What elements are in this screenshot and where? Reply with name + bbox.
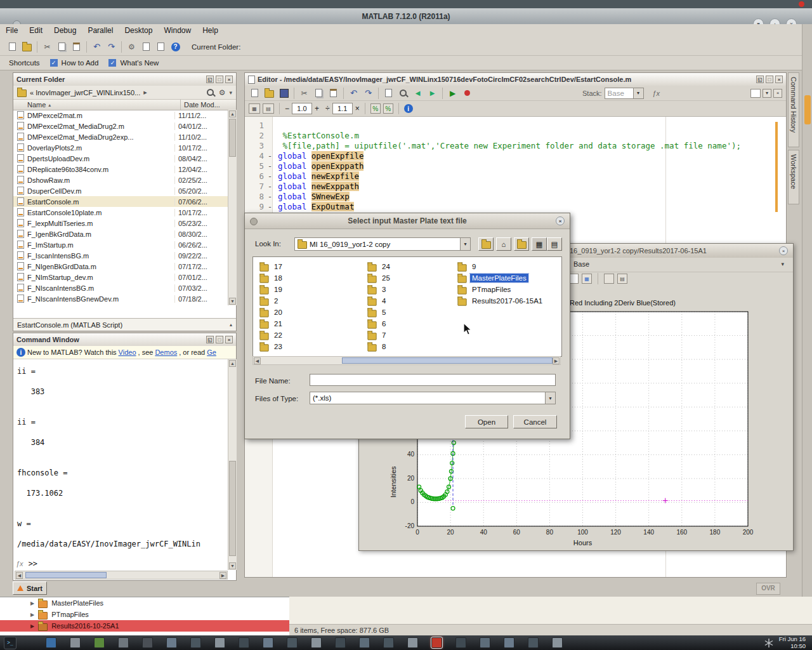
taskbar-app-icon[interactable]: [214, 637, 225, 648]
menu-help[interactable]: Help: [197, 24, 224, 37]
taskbar-app-icon[interactable]: [94, 637, 105, 648]
times-icon[interactable]: ×: [355, 104, 360, 113]
file-row[interactable]: DMPexcel2mat.m11/11/2...: [13, 110, 228, 121]
layout-dropdown-button[interactable]: ▾: [763, 89, 771, 98]
dialog-folder-item[interactable]: 21: [258, 318, 285, 329]
tab-workspace[interactable]: Workspace: [788, 150, 799, 204]
getting-started-link[interactable]: Ge: [207, 348, 216, 356]
file-row[interactable]: F_NIgenBkGrdData.m07/17/2...: [13, 261, 228, 272]
dialog-folder-item[interactable]: 17: [258, 261, 285, 272]
maximize-panel-icon[interactable]: □: [216, 76, 223, 83]
find-button[interactable]: [396, 86, 410, 100]
tool-icon[interactable]: [604, 274, 614, 284]
dialog-folder-item[interactable]: 25: [366, 272, 393, 284]
maximize-panel-icon[interactable]: □: [216, 336, 223, 343]
simulink-button[interactable]: ⚙: [124, 40, 139, 54]
tab-command-history[interactable]: Command History: [788, 72, 799, 147]
desktop-switcher-icon[interactable]: [764, 638, 774, 648]
file-row[interactable]: F_lexpMultiTseries.m05/23/2...: [13, 218, 228, 229]
figure-close-button[interactable]: ×: [779, 246, 788, 255]
console-vscrollbar[interactable]: ▲ ▼: [228, 359, 237, 570]
look-in-combo[interactable]: MI 16_0919_yor1-2 copy ▾: [294, 237, 471, 251]
dialog-folder-item[interactable]: 7: [366, 329, 393, 341]
decrease-icon[interactable]: −: [285, 104, 289, 113]
undo-button[interactable]: ↶: [89, 40, 104, 54]
scroll-left-icon[interactable]: ◀: [16, 572, 23, 579]
console-hscrollbar[interactable]: ◀ ▶: [15, 571, 228, 580]
dialog-folder-item[interactable]: PTmapFiles: [456, 284, 546, 295]
dialog-folder-item[interactable]: 18: [258, 272, 285, 284]
dialog-close-button[interactable]: ×: [556, 216, 565, 225]
current-folder-header[interactable]: Current Folder ◱ □ ×: [13, 73, 236, 86]
clock[interactable]: Fri Jun 16 10:50: [779, 636, 806, 649]
file-row[interactable]: F_IgenBkGrdData.m08/30/2...: [13, 229, 228, 239]
close-panel-icon[interactable]: ×: [225, 76, 233, 83]
taskbar-app-icon[interactable]: [407, 637, 418, 648]
taskbar-app-icon[interactable]: [287, 637, 298, 648]
dock-icon[interactable]: ◱: [206, 76, 214, 83]
redo-button[interactable]: ↷: [361, 86, 376, 100]
info-icon[interactable]: i: [404, 104, 413, 113]
copy-button[interactable]: [55, 40, 69, 54]
scroll-thumb[interactable]: [229, 119, 236, 157]
taskbar-app-icon[interactable]: [335, 637, 346, 648]
actions-dropdown-icon[interactable]: ▾: [229, 90, 232, 96]
dialog-folder-item[interactable]: 2: [258, 295, 285, 307]
paste-button[interactable]: [326, 86, 341, 100]
forward-button[interactable]: ▶: [425, 86, 440, 100]
file-row[interactable]: F_ImStartup.m06/26/2...: [13, 239, 228, 250]
zoom-value-box[interactable]: 1.0: [292, 103, 312, 114]
dialog-folder-item[interactable]: 3: [366, 284, 393, 295]
scroll-up-icon[interactable]: ▲: [229, 110, 236, 117]
column-name[interactable]: Name: [13, 101, 46, 109]
taskbar-app-icon[interactable]: [383, 637, 394, 648]
file-row[interactable]: EstartConsole.m07/06/2...: [13, 196, 228, 207]
video-link[interactable]: Video: [119, 348, 136, 356]
guide-button[interactable]: [139, 40, 154, 54]
window-layout-button[interactable]: [750, 89, 761, 98]
gear-icon[interactable]: ⚙: [219, 88, 226, 97]
cut-button[interactable]: ✂: [297, 86, 311, 100]
demos-link[interactable]: Demos: [155, 348, 177, 356]
increase-icon[interactable]: +: [315, 104, 319, 113]
run-button[interactable]: ▶: [445, 86, 460, 100]
menu-desktop[interactable]: Desktop: [119, 24, 158, 37]
dialog-folder-item[interactable]: 4: [366, 295, 393, 307]
file-row[interactable]: DReplicate96to384conv.m12/04/2...: [13, 164, 228, 175]
details-view-button[interactable]: ▤: [547, 237, 562, 251]
editor-header[interactable]: Editor - /media/data/EASY/InovImager_jwr…: [245, 73, 786, 86]
scroll-thumb[interactable]: [25, 572, 107, 578]
shortcut-how-to-add[interactable]: How to Add: [62, 59, 99, 67]
dialog-folder-item[interactable]: 8: [366, 341, 393, 352]
maximize-panel-icon[interactable]: □: [766, 76, 773, 83]
dialog-folder-item[interactable]: 6: [366, 318, 393, 329]
undo-button[interactable]: ↶: [346, 86, 361, 100]
scroll-thumb[interactable]: [229, 461, 236, 556]
file-row[interactable]: DMPexcel2mat_MediaDrug2.m04/01/2...: [13, 121, 228, 131]
taskbar-app-icon[interactable]: [455, 637, 466, 648]
back-button[interactable]: ◀: [410, 86, 425, 100]
breadcrumb-arrow-icon[interactable]: ▸: [143, 88, 147, 96]
dialog-file-list[interactable]: 171819220212223 2425345678 9MasterPlateF…: [252, 256, 562, 357]
dialog-folder-item[interactable]: Results2017-06-15A1: [456, 295, 546, 307]
figure-dropdown-icon[interactable]: ▾: [781, 261, 784, 267]
taskbar-app-icon[interactable]: [190, 637, 201, 648]
titlebar[interactable]: MATLAB 7.12.0 (R2011a) ▾ ▴ ×: [0, 8, 812, 24]
file-row[interactable]: DMPexcel2mat_MediaDrug2exp...11/10/2...: [13, 131, 228, 142]
dialog-folder-item[interactable]: 20: [258, 307, 285, 318]
taskbar-app-icon[interactable]: [552, 637, 563, 648]
command-prompt[interactable]: >>: [29, 559, 37, 568]
expander-icon[interactable]: ▶: [30, 612, 34, 618]
fx-icon[interactable]: ƒx: [16, 560, 23, 567]
menu-debug[interactable]: Debug: [48, 24, 82, 37]
cell-divider-button[interactable]: ▤: [263, 103, 274, 114]
dialog-folder-item[interactable]: 24: [366, 261, 393, 272]
file-row[interactable]: DpertsUploadDev.m08/04/2...: [13, 153, 228, 164]
up-one-level-button[interactable]: [478, 237, 494, 251]
file-row[interactable]: DshowRaw.m02/25/2...: [13, 175, 228, 185]
save-button[interactable]: [277, 86, 291, 100]
divide-icon[interactable]: ÷: [325, 104, 330, 113]
shortcut-whats-new[interactable]: What's New: [120, 59, 159, 67]
expander-icon[interactable]: ▶: [30, 600, 34, 606]
copy-button[interactable]: [311, 86, 326, 100]
